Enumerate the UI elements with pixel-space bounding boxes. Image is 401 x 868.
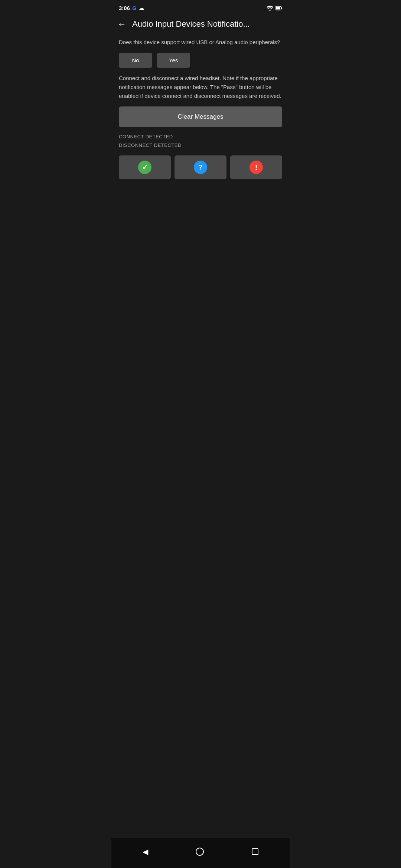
status-left: 3:06 G ☁ xyxy=(119,4,144,11)
back-button[interactable]: ← xyxy=(117,19,126,29)
no-button[interactable]: No xyxy=(119,53,152,68)
instruction-text: Connect and disconnect a wired headset. … xyxy=(119,74,282,101)
nav-recents-button[interactable] xyxy=(243,845,267,858)
status-right xyxy=(267,6,282,11)
choice-buttons: No Yes xyxy=(119,53,282,68)
nav-recents-icon xyxy=(252,848,258,855)
svg-rect-2 xyxy=(276,7,280,9)
question-text: Does this device support wired USB or An… xyxy=(119,38,282,47)
navigation-bar: ◀ xyxy=(111,838,290,868)
nav-home-icon xyxy=(196,848,204,856)
wifi-icon xyxy=(267,6,273,11)
pass-icon: ✓ xyxy=(138,161,151,174)
page-header: ← Audio Input Devices Notificatio... xyxy=(111,14,290,35)
google-icon: G xyxy=(132,5,136,11)
svg-rect-1 xyxy=(281,7,282,9)
connect-detected-status: CONNECT DETECTED xyxy=(119,132,282,141)
pass-button[interactable]: ✓ xyxy=(119,155,171,179)
nav-home-button[interactable] xyxy=(187,845,213,859)
clear-messages-button[interactable]: Clear Messages xyxy=(119,106,282,127)
fail-icon: ! xyxy=(250,161,263,174)
cloud-icon: ☁ xyxy=(138,4,144,11)
question-button[interactable]: ? xyxy=(175,155,226,179)
page-title: Audio Input Devices Notificatio... xyxy=(132,19,284,29)
status-messages: CONNECT DETECTED DISCONNECT DETECTED xyxy=(119,132,282,150)
fail-button[interactable]: ! xyxy=(230,155,282,179)
status-bar: 3:06 G ☁ xyxy=(111,0,290,14)
action-buttons: ✓ ? ! xyxy=(119,155,282,179)
main-content: Does this device support wired USB or An… xyxy=(111,35,290,838)
question-icon: ? xyxy=(194,161,207,174)
battery-icon xyxy=(276,6,282,10)
status-time: 3:06 xyxy=(119,5,130,11)
nav-back-button[interactable]: ◀ xyxy=(134,844,157,859)
yes-button[interactable]: Yes xyxy=(157,53,190,68)
nav-back-icon: ◀ xyxy=(143,847,148,856)
disconnect-detected-status: DISCONNECT DETECTED xyxy=(119,141,282,149)
